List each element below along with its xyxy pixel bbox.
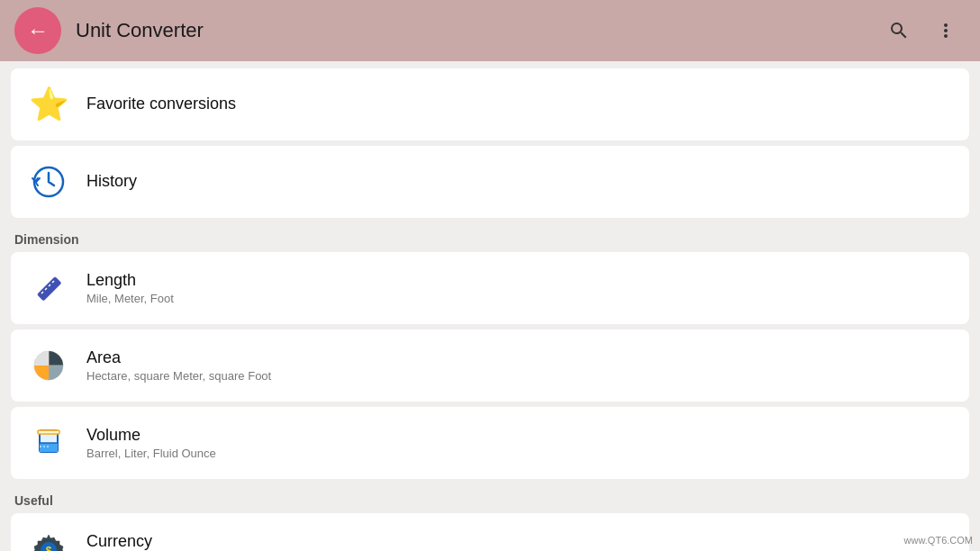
volume-label: Volume (86, 426, 216, 445)
svg-text:$: $ (46, 545, 52, 551)
area-label: Area (86, 348, 271, 367)
history-icon-container (25, 158, 72, 205)
star-icon: ⭐ (29, 86, 69, 123)
dimension-section-header: Dimension (11, 223, 969, 252)
svg-rect-15 (38, 430, 59, 434)
volume-icon-container (25, 420, 72, 466)
back-arrow-icon: ← (27, 18, 49, 43)
history-text: History (86, 172, 137, 193)
area-subtitle: Hectare, square Meter, square Foot (86, 369, 271, 383)
volume-subtitle: Barrel, Liter, Fluid Ounce (86, 447, 216, 460)
favorites-item[interactable]: ⭐ Favorite conversions (11, 68, 969, 140)
more-options-icon (935, 20, 957, 41)
header-actions (879, 11, 966, 50)
more-options-button[interactable] (926, 11, 966, 50)
area-text: Area Hectare, square Meter, square Foot (86, 348, 271, 383)
length-label: Length (86, 271, 174, 290)
length-text: Length Mile, Meter, Foot (86, 271, 174, 305)
search-icon (888, 20, 910, 41)
currency-item[interactable]: $ Currency US Dollar, Euro, British Poun… (11, 513, 969, 551)
content-area: ⭐ Favorite conversions History Dimension (0, 61, 980, 551)
favorites-label: Favorite conversions (86, 95, 236, 113)
app-header: ← Unit Converter (0, 0, 980, 61)
volume-text: Volume Barrel, Liter, Fluid Ounce (86, 426, 216, 460)
length-item[interactable]: Length Mile, Meter, Foot (11, 252, 969, 324)
currency-label: Currency (86, 532, 313, 551)
volume-item[interactable]: Volume Barrel, Liter, Fluid Ounce (11, 407, 969, 479)
page-title: Unit Converter (76, 19, 879, 42)
useful-section-header: Useful (11, 484, 969, 513)
currency-text: Currency US Dollar, Euro, British Pound,… (86, 532, 313, 551)
volume-icon (29, 423, 68, 463)
length-subtitle: Mile, Meter, Foot (86, 292, 174, 305)
ruler-icon-container (25, 265, 72, 312)
watermark: www.QT6.COM (904, 535, 973, 546)
area-icon (29, 346, 68, 385)
currency-icon: $ (29, 529, 68, 551)
back-button[interactable]: ← (14, 7, 61, 54)
ruler-icon (29, 268, 68, 308)
svg-rect-1 (37, 276, 61, 301)
area-icon-container (25, 342, 72, 389)
history-item[interactable]: History (11, 146, 969, 218)
favorites-text: Favorite conversions (86, 95, 236, 115)
history-label: History (86, 172, 137, 191)
star-icon-container: ⭐ (25, 81, 72, 128)
history-icon (29, 162, 68, 202)
search-button[interactable] (879, 11, 919, 50)
area-item[interactable]: Area Hectare, square Meter, square Foot (11, 330, 969, 402)
currency-icon-container: $ (25, 526, 72, 551)
svg-rect-12 (40, 443, 58, 452)
